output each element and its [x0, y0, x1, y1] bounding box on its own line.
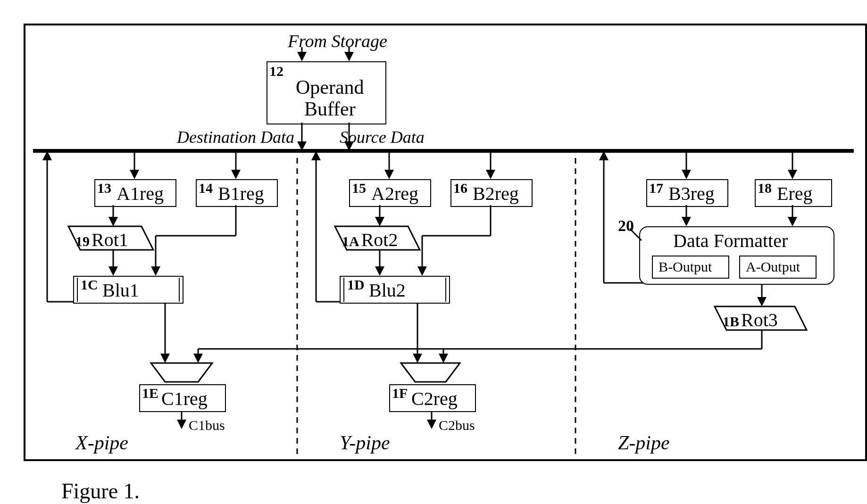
c1bus-label: C1bus [189, 417, 225, 433]
a2reg-id: 15 [352, 180, 366, 196]
c1reg-name: C1reg [161, 388, 208, 410]
a-output-label: A-Output [746, 259, 800, 275]
dest-data-label: Destination Data [177, 127, 294, 147]
b3reg-id: 17 [649, 180, 663, 196]
svg-line-75 [630, 229, 642, 240]
a1reg-name: A1reg [117, 182, 164, 205]
rot1-name: Rot1 [92, 229, 128, 250]
ereg-id: 18 [758, 180, 772, 196]
b3reg-block: 17 B3reg [646, 179, 728, 207]
b1reg-block: 14 B1reg [196, 179, 278, 207]
blu1-id: 1C [81, 277, 98, 293]
b2reg-block: 16 B2reg [450, 179, 533, 207]
x-pipe-label: X-pipe [75, 431, 128, 454]
data-formatter-name: Data Formatter [673, 230, 788, 252]
c1reg-id: 1E [142, 385, 158, 401]
b1reg-id: 14 [199, 180, 213, 196]
c2reg-name: C2reg [411, 388, 458, 410]
a1reg-id: 13 [97, 180, 111, 196]
blu2-name: Blu2 [369, 279, 406, 301]
a2reg-block: 15 A2reg [349, 179, 431, 207]
b-output-label: B-Output [659, 259, 712, 275]
rot3-block: 1B Rot3 [723, 309, 778, 331]
c1reg-block: 1E C1reg [139, 384, 226, 412]
a2reg-name: A2reg [371, 182, 418, 205]
y-pipe-label: Y-pipe [340, 431, 390, 454]
rot2-id: 1A [342, 233, 359, 249]
blu2-id: 1D [347, 277, 365, 293]
rot1-block: 19 Rot1 [75, 229, 128, 251]
rot3-name: Rot3 [741, 309, 778, 330]
blu1-block: 1C Blu1 [73, 276, 183, 304]
b2reg-name: B2reg [473, 182, 519, 205]
operand-buffer-name: Operand Buffer [296, 76, 364, 120]
from-storage-label: From Storage [288, 31, 387, 51]
blu1-name: Blu1 [102, 279, 139, 301]
ereg-name: Ereg [777, 182, 813, 205]
data-formatter-block: Data Formatter B-Output A-Output [639, 226, 834, 285]
ereg-block: 18 Ereg [755, 179, 832, 207]
rot2-block: 1A Rot2 [342, 229, 398, 251]
c2reg-block: 1F C2reg [389, 384, 476, 412]
b2reg-id: 16 [453, 180, 467, 196]
rot3-id: 1B [723, 314, 739, 329]
a1reg-block: 13 A1reg [94, 179, 176, 207]
figure-caption: Figure 1. [61, 479, 140, 504]
b1reg-name: B1reg [218, 182, 264, 205]
c2bus-label: C2bus [439, 417, 475, 433]
source-data-label: Source Data [340, 127, 425, 147]
c2reg-id: 1F [392, 385, 408, 401]
operand-buffer-id: 12 [269, 63, 283, 79]
rot2-name: Rot2 [361, 229, 398, 250]
z-pipe-label: Z-pipe [618, 431, 670, 454]
blu2-block: 1D Blu2 [340, 276, 450, 304]
operand-buffer-block: 12 Operand Buffer [267, 61, 386, 124]
rot1-id: 19 [75, 233, 90, 249]
b3reg-name: B3reg [668, 182, 715, 205]
